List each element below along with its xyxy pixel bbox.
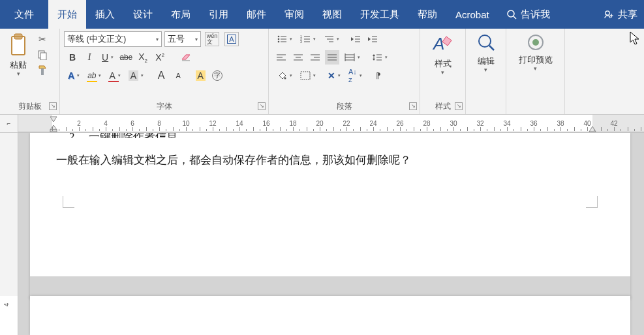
first-line-indent-marker[interactable] [50,116,57,123]
strikethrough-button[interactable]: abc [119,50,133,65]
svg-rect-55 [301,72,310,80]
subscript-button[interactable]: X2 [136,50,150,65]
text-effects-icon: A [68,70,74,81]
share-button[interactable]: 共享 [597,0,644,29]
tab-design[interactable]: 设计 [124,0,162,29]
numbering-button[interactable]: 123▾ [298,32,318,46]
paragraph-dialog-launcher[interactable]: ↘ [409,102,417,110]
char-shading-icon: A [129,70,138,81]
styles-icon: A [432,33,454,56]
tab-home[interactable]: 开始 [48,0,86,29]
align-center-button[interactable] [291,50,305,65]
tab-view[interactable]: 视图 [313,0,351,29]
bold-button[interactable]: B [65,50,80,65]
ruler-mark-12: 12 [209,120,216,127]
align-justify-button[interactable] [325,50,339,65]
paste-button[interactable]: 粘贴 ▾ [4,31,33,78]
ruler-mark-6: 6 [130,120,134,127]
svg-text:A: A [432,34,444,53]
clipboard-icon [8,33,29,57]
change-case-button[interactable]: A [193,68,207,83]
underline-icon: U [102,52,108,63]
asian-layout-button[interactable]: ✕▾ [325,68,343,83]
print-preview-button[interactable]: 打印预览 ▾ [515,31,557,73]
shrink-font-icon: A [176,72,181,80]
decrease-indent-button[interactable] [348,32,363,46]
borders-button[interactable]: ▾ [298,68,318,83]
ruler-mark-10: 10 [182,120,189,127]
multilevel-list-button[interactable]: ▾ [321,32,342,46]
tab-mail[interactable]: 邮件 [238,0,275,29]
document-area[interactable]: 2、 一键删除作者信息 一般在输入编辑文档之后，都会自动保存作者的信息，那该如何… [18,133,644,335]
clear-formatting-button[interactable] [179,50,193,65]
vertical-ruler[interactable]: 4 [0,133,18,335]
superscript-button[interactable]: X2 [153,50,167,65]
font-size-combo[interactable]: 五号▾ [164,31,201,47]
line-spacing-icon [372,53,382,62]
hanging-indent-marker[interactable] [50,124,57,132]
font-group-label: 字体 [157,102,172,111]
horizontal-ruler[interactable]: 24681012141618202224262830323436384042 [18,115,644,132]
ruler-mark-34: 34 [503,120,510,127]
align-left-button[interactable] [274,50,288,65]
char-shading-button[interactable]: A▾ [126,68,146,83]
character-border-button[interactable]: A [224,32,239,46]
share-label: 共享 [618,8,637,21]
styles-button[interactable]: A 样式 ▾ [428,31,458,77]
strike-icon: abc [119,53,132,62]
numbering-icon: 123 [300,35,311,44]
tab-acrobat[interactable]: Acrobat [446,0,498,29]
pilcrow-icon: ⁋ [376,71,381,80]
font-dialog-launcher[interactable]: ↘ [258,102,266,110]
tab-references[interactable]: 引用 [200,0,238,29]
font-name-combo[interactable]: 等线 (中文正文)▾ [64,31,162,47]
tab-review[interactable]: 审阅 [275,0,313,29]
ruler-mark-24: 24 [369,120,376,127]
tab-layout[interactable]: 布局 [162,0,200,29]
tab-file[interactable]: 文件 [0,0,48,29]
styles-label: 样式 [435,59,452,69]
clipboard-dialog-launcher[interactable]: ↘ [49,102,57,110]
svg-point-60 [532,39,539,46]
italic-button[interactable]: I [82,50,97,65]
tell-me-search[interactable]: 告诉我 [498,0,558,29]
sort-button[interactable]: A↓Z▾ [346,68,365,83]
bullets-icon [277,35,287,44]
ruler-mark-22: 22 [343,120,350,127]
phonetic-guide-button[interactable]: wén文 [205,32,219,46]
svg-text:3: 3 [300,40,302,44]
bullets-button[interactable]: ▾ [274,32,295,46]
show-marks-button[interactable]: ⁋ [371,68,386,83]
cut-button[interactable]: ✂ [35,32,50,46]
line-spacing-button[interactable]: ▾ [369,50,390,65]
text-effects-button[interactable]: A▾ [65,68,82,83]
tab-insert[interactable]: 插入 [86,0,124,29]
align-right-button[interactable] [308,50,322,65]
underline-button[interactable]: U▾ [99,50,116,65]
format-painter-button[interactable] [35,63,50,78]
copy-button[interactable] [35,48,50,62]
grow-font-button[interactable]: A [154,68,168,83]
eraser-icon [180,52,192,63]
shading-button[interactable]: ▾ [274,68,295,83]
tab-developer[interactable]: 开发工具 [351,0,408,29]
ruler-corner: ⌐ [0,115,18,132]
svg-point-16 [278,41,280,43]
scissors-icon: ✂ [38,34,46,44]
ruler-mark-2: 2 [77,120,81,127]
enclose-icon: 字 [212,70,222,81]
body-paragraph[interactable]: 一般在输入编辑文档之后，都会自动保存作者的信息，那该如何删除呢？ [56,151,604,169]
font-name-value: 等线 (中文正文) [67,33,126,45]
shrink-font-button[interactable]: A [171,68,185,83]
distributed-button[interactable]: ▾ [342,50,363,65]
copy-icon [37,50,48,60]
enclose-char-button[interactable]: 字 [210,68,224,83]
subscript-icon: X2 [138,51,147,64]
highlight-button[interactable]: ab▾ [85,68,104,83]
styles-dialog-launcher[interactable]: ↘ [455,102,463,110]
tab-help[interactable]: 帮助 [408,0,446,29]
font-color-icon: A [109,70,115,81]
editing-button[interactable]: 编辑 ▾ [472,31,500,74]
font-color-button[interactable]: A▾ [106,68,123,83]
increase-indent-button[interactable] [365,32,380,46]
